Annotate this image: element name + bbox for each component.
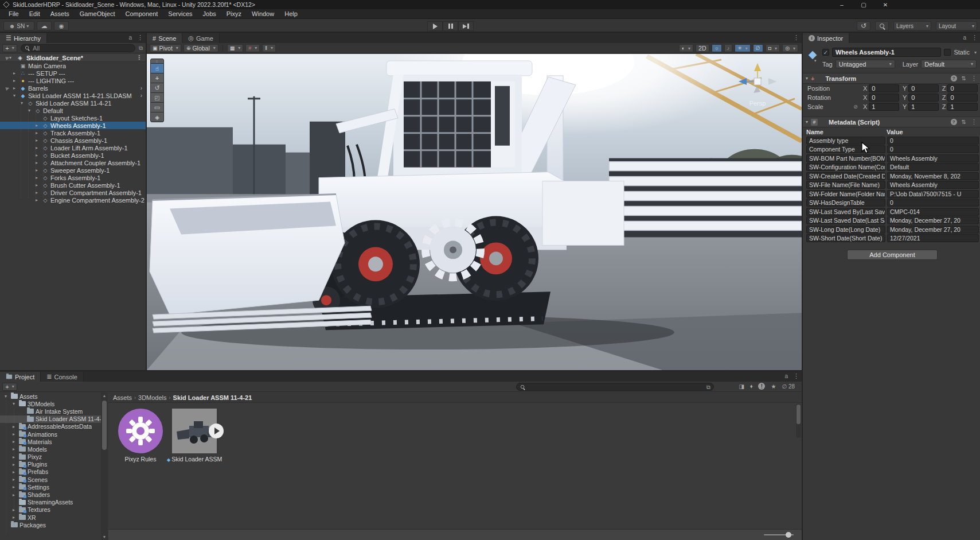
- expand-arrow[interactable]: [11, 86, 18, 91]
- play-button[interactable]: [427, 21, 443, 31]
- component-menu-icon[interactable]: [971, 75, 977, 82]
- expand-arrow[interactable]: [10, 507, 17, 512]
- project-tree-item[interactable]: Skid Loader ASSM 11-4-21: [0, 415, 101, 423]
- transform-tool[interactable]: [151, 112, 163, 122]
- metadata-value-field[interactable]: Monday, December 27, 20: [887, 216, 979, 224]
- menu-item[interactable]: Component: [120, 9, 163, 18]
- expand-arrow[interactable]: [10, 446, 17, 452]
- static-dropdown-arrow[interactable]: ▾: [974, 50, 977, 55]
- hierarchy-item[interactable]: Brush Cutter Assembly-1 ›: [0, 181, 146, 189]
- metadata-name-field[interactable]: SW-BOM Part Number(BOM P: [806, 154, 885, 162]
- presets-icon[interactable]: [962, 75, 966, 81]
- gameobject-name-field[interactable]: Wheels Assembly-1: [832, 48, 941, 57]
- scroll-up-icon[interactable]: ▲: [102, 394, 107, 398]
- static-checkbox[interactable]: [944, 49, 951, 56]
- snap-increment-button[interactable]: ▾: [262, 44, 276, 52]
- expand-arrow[interactable]: [10, 439, 17, 444]
- preview-play-button[interactable]: [209, 424, 224, 438]
- expand-arrow[interactable]: [2, 394, 9, 399]
- menu-item[interactable]: GameObject: [75, 9, 120, 18]
- account-button[interactable]: SN▾: [3, 21, 34, 30]
- grid-visibility-button[interactable]: ▾: [227, 44, 244, 52]
- expand-arrow[interactable]: [10, 454, 17, 460]
- y-field[interactable]: 1: [908, 103, 939, 111]
- project-tree-item[interactable]: Plugins: [0, 461, 101, 468]
- cloud-services-button[interactable]: [37, 21, 52, 30]
- search-window-icon[interactable]: [139, 44, 143, 52]
- hierarchy-item[interactable]: Main Camera ›: [0, 62, 146, 69]
- project-tree-item[interactable]: Shaders: [0, 491, 101, 498]
- expand-arrow[interactable]: [10, 462, 17, 467]
- pause-button[interactable]: [443, 21, 458, 31]
- expand-arrow[interactable]: [10, 424, 17, 429]
- scene-viewport[interactable]: ≡ Persp: [147, 54, 802, 370]
- hidden-objects-toggle[interactable]: [753, 44, 763, 52]
- expand-arrow[interactable]: [33, 182, 40, 188]
- minimize-button[interactable]: –: [831, 0, 853, 9]
- project-tree-scrollbar[interactable]: ▲ ▼: [101, 393, 108, 540]
- metadata-value-field[interactable]: CMPC-014: [887, 208, 979, 216]
- asset-tile-skid-loader[interactable]: ◆Skid Loader ASSM...: [167, 409, 222, 463]
- project-tree-item[interactable]: 3DModels: [0, 400, 101, 407]
- expand-arrow[interactable]: [10, 492, 17, 498]
- metadata-name-field[interactable]: SW-Last Saved By(Last Saved: [806, 208, 885, 216]
- hierarchy-item[interactable]: Track Assembly-1 ›: [0, 129, 146, 137]
- draw-mode-dropdown[interactable]: ▾: [679, 44, 693, 52]
- z-field[interactable]: 1: [947, 103, 978, 111]
- project-tree-item[interactable]: Models: [0, 445, 101, 453]
- y-field[interactable]: 0: [908, 84, 939, 92]
- metadata-value-field[interactable]: Monday, December 27, 20: [887, 226, 979, 234]
- prefab-open-arrow[interactable]: ›: [140, 92, 142, 99]
- create-object-button[interactable]: +▾: [2, 44, 17, 52]
- metadata-name-field[interactable]: SW-Long Date(Long Date): [806, 226, 885, 234]
- project-tree-item[interactable]: Textures: [0, 506, 101, 514]
- title-bar[interactable]: SkidLoaderHDRP - Skidloader_Scene - Wind…: [0, 0, 980, 9]
- hierarchy-item[interactable]: Default ›: [0, 107, 146, 114]
- expand-arrow[interactable]: [26, 108, 33, 113]
- maximize-button[interactable]: ▢: [853, 0, 874, 9]
- metadata-value-field[interactable]: 0: [887, 199, 979, 207]
- expand-arrow[interactable]: [11, 78, 18, 83]
- metadata-name-field[interactable]: SW-File Name(File Name): [806, 181, 885, 189]
- hierarchy-item[interactable]: Bucket Assembly-1 ›: [0, 151, 146, 159]
- project-tree-item[interactable]: XR: [0, 514, 101, 521]
- project-tree-item[interactable]: Air Intake System: [0, 407, 101, 415]
- menu-item[interactable]: Edit: [24, 9, 45, 18]
- expand-arrow[interactable]: [10, 515, 17, 520]
- metadata-name-field[interactable]: SW-HasDesignTable: [806, 199, 885, 207]
- project-tree-item[interactable]: Settings: [0, 483, 101, 491]
- search-button[interactable]: [875, 21, 889, 30]
- scale-link-icon[interactable]: [852, 104, 860, 110]
- content-scrollbar[interactable]: [796, 403, 801, 438]
- global-toggle-button[interactable]: Global▾: [183, 44, 218, 52]
- metadata-value-field[interactable]: P:\Job Data\7500\7515 - U: [887, 190, 979, 198]
- hierarchy-item[interactable]: Chassis Assembly-1 ›: [0, 137, 146, 144]
- orientation-gizmo[interactable]: Persp: [736, 62, 779, 117]
- metadata-value-field[interactable]: Wheels Assembly: [887, 181, 979, 189]
- rect-tool[interactable]: [151, 102, 163, 112]
- metadata-header[interactable]: ▾ # Metadata (Script) ?: [803, 116, 980, 127]
- expand-arrow[interactable]: [33, 153, 40, 158]
- breadcrumb-3dmodels[interactable]: 3DModels: [138, 394, 167, 401]
- project-tree-item[interactable]: Materials: [0, 438, 101, 445]
- metadata-value-field[interactable]: 0: [887, 145, 979, 153]
- metadata-name-field[interactable]: SW-Short Date(Short Date): [806, 234, 885, 242]
- expand-arrow[interactable]: [33, 175, 40, 180]
- lock-icon[interactable]: [128, 34, 132, 41]
- hierarchy-item[interactable]: Engine Compartment Assembly-2 ›: [0, 196, 146, 204]
- z-field[interactable]: 0: [947, 84, 978, 92]
- hierarchy-item[interactable]: --- SETUP --- ›: [0, 69, 146, 77]
- expand-arrow[interactable]: [10, 401, 17, 406]
- search-by-type-icon[interactable]: ◨: [739, 383, 744, 390]
- project-tree-item[interactable]: StreamingAssets: [0, 499, 101, 506]
- panel-menu-icon[interactable]: [137, 34, 143, 41]
- scroll-down-icon[interactable]: ▼: [102, 535, 107, 539]
- project-tree-item[interactable]: Prefabs: [0, 468, 101, 476]
- camera-settings-dropdown[interactable]: ▾: [766, 44, 780, 52]
- hidden-count-toggle[interactable]: 28: [782, 383, 795, 390]
- view-hand-tool[interactable]: [151, 63, 163, 73]
- metadata-name-field[interactable]: SW-Configuration Name(Conf: [806, 163, 885, 171]
- create-asset-button[interactable]: +▾: [2, 383, 17, 391]
- scene-effects-toggle[interactable]: ▾: [735, 44, 751, 52]
- thumbnail-size-slider[interactable]: [764, 534, 794, 535]
